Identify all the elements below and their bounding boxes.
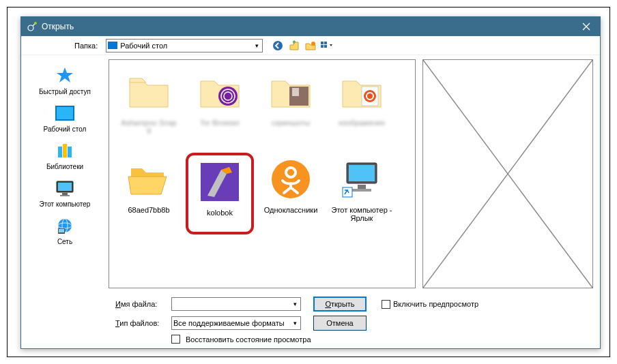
file-item[interactable]: Одноклассники (257, 153, 325, 234)
svg-point-6 (311, 42, 315, 46)
sidebar-label: Библиотеки (46, 163, 83, 170)
svg-point-34 (272, 160, 310, 198)
close-button[interactable] (573, 17, 600, 36)
folder-icon-images (267, 68, 315, 116)
file-label: Одноклассники (264, 206, 318, 214)
preview-checkbox-label: Включить предпросмотр (393, 300, 478, 308)
computer-icon (54, 177, 76, 199)
preview-pane (422, 59, 593, 288)
computer-shortcut-icon (338, 155, 386, 203)
folder-icon-ubuntu (338, 68, 386, 116)
file-item[interactable]: Этот компьютер - Ярлык (328, 153, 396, 234)
svg-rect-38 (358, 185, 366, 189)
star-icon (54, 65, 76, 87)
file-item[interactable]: 68aed7bb8b (115, 153, 183, 234)
filename-label: Имя файла: (115, 300, 166, 308)
svg-rect-17 (58, 183, 72, 191)
preview-empty-icon (423, 60, 592, 288)
app-icon (27, 21, 38, 32)
svg-rect-39 (352, 189, 371, 192)
folder-icon (125, 68, 173, 116)
svg-rect-7 (321, 42, 324, 44)
file-list[interactable]: Ashampoo Snap 9 Tor Browser скриншоты из… (109, 59, 416, 288)
chevron-down-icon: ▾ (253, 42, 261, 49)
restore-checkbox[interactable] (171, 335, 180, 344)
libraries-icon (54, 140, 76, 162)
svg-point-5 (273, 41, 283, 50)
file-label: Tor Browser (200, 119, 240, 127)
file-item[interactable]: изображения (328, 65, 396, 147)
bottom-panel: Имя файла: ▾ Открыть Включить предпросмо… (21, 292, 600, 348)
sidebar-label: Сеть (57, 238, 72, 245)
file-item[interactable]: Ashampoo Snap 9 (115, 65, 183, 147)
restore-checkbox-label: Восстановить состояние просмотра (186, 335, 311, 344)
cancel-button[interactable]: Отмена (313, 316, 367, 331)
filetype-dropdown[interactable]: Все поддерживаемые форматы ▾ (171, 316, 301, 330)
open-button[interactable]: Открыть (313, 297, 367, 312)
folder-open-icon (125, 155, 173, 203)
svg-rect-9 (321, 45, 324, 48)
view-menu-button[interactable] (320, 39, 334, 52)
image-icon-ok (267, 155, 315, 203)
image-icon-kolobok (196, 158, 244, 206)
preview-checkbox[interactable] (382, 300, 390, 309)
svg-rect-37 (349, 165, 375, 181)
titlebar: Открыть (21, 17, 600, 36)
svg-rect-10 (324, 45, 327, 48)
sidebar-label: Быстрый доступ (39, 88, 91, 95)
network-icon (54, 215, 76, 237)
chevron-down-icon: ▾ (291, 301, 299, 307)
file-label: 68aed7bb8b (128, 206, 169, 214)
sidebar-item-desktop[interactable]: Рабочий стол (34, 100, 96, 136)
file-label: kolobok (207, 209, 233, 217)
file-item-kolobok[interactable]: kolobok (186, 153, 254, 234)
svg-point-31 (364, 90, 376, 102)
svg-rect-40 (343, 187, 352, 197)
back-button[interactable] (271, 39, 285, 52)
sidebar-label: Этот компьютер (40, 200, 91, 208)
toolbar: Папка: Рабочий стол ▾ (21, 36, 600, 55)
folder-dropdown-value: Рабочий стол (120, 42, 167, 50)
sidebar-item-libraries[interactable]: Библиотеки (34, 137, 96, 173)
filename-input[interactable]: ▾ (171, 297, 301, 311)
svg-rect-18 (62, 193, 68, 195)
file-label: скриншоты (272, 119, 310, 127)
svg-rect-14 (63, 144, 67, 157)
sidebar-label: Рабочий стол (44, 125, 87, 133)
filetype-value: Все поддерживаемые форматы (173, 319, 285, 327)
open-dialog: Открыть Папка: Рабочий стол ▾ Быстрый до… (20, 16, 601, 349)
new-folder-button[interactable] (304, 39, 317, 52)
main-area: Быстрый доступ Рабочий стол Библиотеки Э… (21, 55, 600, 292)
svg-point-2 (34, 22, 37, 25)
file-item[interactable]: Tor Browser (186, 65, 254, 147)
close-icon (582, 22, 590, 31)
file-item[interactable]: скриншоты (257, 65, 325, 147)
svg-rect-13 (58, 147, 62, 157)
sidebar-item-quickaccess[interactable]: Быстрый доступ (34, 62, 96, 98)
svg-rect-12 (57, 107, 73, 119)
svg-rect-29 (292, 88, 299, 96)
desktop-icon (54, 102, 76, 124)
sidebar-item-network[interactable]: Сеть (34, 212, 96, 248)
svg-rect-19 (60, 195, 70, 196)
titlebar-title: Открыть (42, 22, 573, 31)
desktop-icon (108, 42, 117, 49)
folder-label: Папка: (74, 42, 98, 50)
svg-rect-15 (68, 147, 72, 157)
file-label: Этот компьютер - Ярлык (331, 206, 392, 222)
filetype-label: Тип файлов: (115, 319, 166, 327)
svg-rect-24 (59, 229, 64, 232)
sidebar-item-thispc[interactable]: Этот компьютер (34, 175, 96, 211)
svg-rect-8 (324, 42, 327, 44)
chevron-down-icon: ▾ (291, 320, 299, 327)
up-button[interactable] (287, 39, 301, 52)
folder-dropdown[interactable]: Рабочий стол ▾ (106, 39, 263, 52)
folder-icon-tor (196, 68, 244, 116)
places-sidebar: Быстрый доступ Рабочий стол Библиотеки Э… (21, 55, 109, 292)
file-label: изображения (339, 119, 384, 127)
svg-point-0 (28, 25, 33, 31)
file-label: Ashampoo Snap 9 (118, 119, 180, 135)
